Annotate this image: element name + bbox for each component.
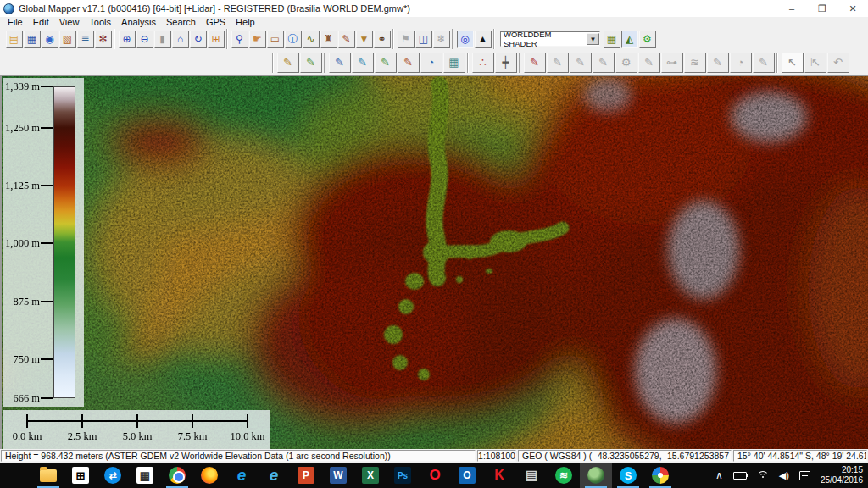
create-point-feature-button[interactable]: ┿: [495, 53, 517, 73]
edit-vertices-button[interactable]: ✎: [547, 53, 569, 73]
taskbar-calculator[interactable]: ▦: [129, 463, 161, 488]
search-tool-button[interactable]: ⚭: [374, 30, 391, 48]
taskbar-file-explorer[interactable]: [32, 463, 64, 488]
create-line-feature-button[interactable]: ✎: [329, 53, 351, 73]
taskbar-kaspersky[interactable]: K: [483, 463, 515, 488]
taskbar-powerpoint[interactable]: P: [290, 463, 322, 488]
restore-button[interactable]: ❐: [807, 0, 837, 17]
legend-label: 1,000 m: [5, 237, 40, 250]
create-grid-feature-button[interactable]: ✎: [398, 53, 420, 73]
edit-area-feature-button[interactable]: ✎: [277, 53, 299, 73]
path-profile-button[interactable]: ∿: [303, 30, 320, 48]
start-button[interactable]: [0, 463, 32, 488]
map-canvas[interactable]: 1,339 m 1,250 m 1,125 m 1,000 m 875 m 75…: [0, 75, 868, 449]
combine-features-button[interactable]: ≋: [684, 53, 706, 73]
measure-tool-button[interactable]: ▭: [267, 30, 284, 48]
3d-terrain-toggle-button[interactable]: ◭: [621, 30, 638, 48]
select-vertex-button[interactable]: ↖: [782, 53, 804, 73]
taskbar-fax[interactable]: ▤: [515, 463, 548, 488]
elevation-legend: 1,339 m 1,250 m 1,125 m 1,000 m 875 m 75…: [3, 78, 84, 407]
taskbar-clock[interactable]: 20:15 25/04/2016: [821, 465, 863, 485]
taskbar-firefox[interactable]: [193, 463, 225, 488]
menu-help[interactable]: Help: [231, 17, 260, 28]
create-circle-feature-button[interactable]: ◔: [420, 53, 442, 73]
home-view-button[interactable]: ⌂: [172, 30, 189, 48]
color-fill-button[interactable]: ▼: [356, 30, 373, 48]
taskbar-skype[interactable]: S: [612, 463, 644, 488]
minimize-button[interactable]: –: [776, 0, 807, 17]
menu-gps[interactable]: GPS: [201, 17, 231, 28]
menu-view[interactable]: View: [54, 17, 85, 28]
chevron-down-icon[interactable]: ▼: [587, 33, 599, 45]
3d-view-button[interactable]: ◫: [415, 30, 432, 48]
taskbar-windows-store[interactable]: ⊞: [64, 463, 97, 488]
taskbar-global-mapper[interactable]: [580, 463, 612, 488]
taskbar-outlook[interactable]: O: [451, 463, 483, 488]
pan-tool-button[interactable]: ☛: [249, 30, 266, 48]
edit-line-feature-button[interactable]: ✎: [300, 53, 322, 73]
scale-feature-button[interactable]: ⚙: [615, 53, 637, 73]
wifi-icon[interactable]: [757, 471, 769, 480]
scale-tick: [192, 414, 193, 428]
configuration-button[interactable]: ✻: [95, 30, 112, 48]
shader-options-button[interactable]: ⚙: [639, 30, 656, 48]
offset-feature-button[interactable]: ⇱: [804, 53, 826, 73]
fill-feature-button[interactable]: ✎: [753, 53, 775, 73]
flag-tool-button[interactable]: ⚑: [398, 30, 415, 48]
volume-icon[interactable]: ◀): [779, 470, 789, 481]
rotate-feature-button[interactable]: ✎: [593, 53, 615, 73]
copy-feature-button[interactable]: ⊶: [661, 53, 683, 73]
lidar-toolbar-button[interactable]: ❄: [433, 30, 450, 48]
move-feature-button[interactable]: ✎: [570, 53, 592, 73]
taskbar-word[interactable]: W: [322, 463, 354, 488]
battery-icon[interactable]: [733, 472, 747, 480]
overlay-control-center-button[interactable]: ≣: [77, 30, 94, 48]
create-range-ring-button[interactable]: ✎: [524, 53, 546, 73]
create-mesh-feature-button[interactable]: ▦: [443, 53, 465, 73]
tile-windows-button[interactable]: ⊞: [208, 30, 225, 48]
undo-edit-button[interactable]: ↶: [827, 53, 849, 73]
digitizer-toolbar: ✎ ✎ ✎ ✎ ✎ ✎ ◔ ▦ ∴ ┿ ✎ ✎ ✎ ✎ ⚙ ✎ ⊶ ≋ ✎ ◔ …: [0, 50, 868, 75]
taskbar-excel[interactable]: X: [354, 463, 387, 488]
create-rect-feature-button[interactable]: ✎: [375, 53, 397, 73]
menu-search[interactable]: Search: [161, 17, 201, 28]
close-button[interactable]: ✕: [837, 0, 868, 17]
taskbar-opera[interactable]: O: [419, 463, 451, 488]
zoom-in-button[interactable]: ⊕: [119, 30, 136, 48]
feature-info-button[interactable]: ⓘ: [285, 30, 302, 48]
menu-tools[interactable]: Tools: [84, 17, 116, 28]
menu-file[interactable]: File: [3, 17, 28, 28]
snap-feature-button[interactable]: ✎: [638, 53, 660, 73]
taskbar-spotify[interactable]: ≋: [548, 463, 580, 488]
last-view-button[interactable]: ↻: [190, 30, 207, 48]
north-arrow-button[interactable]: ▲: [475, 30, 492, 48]
taskbar-edge[interactable]: e: [225, 463, 258, 488]
download-online-data-button[interactable]: ◉: [42, 30, 58, 48]
legend-tick-line: [41, 358, 53, 360]
save-workspace-button[interactable]: ▦: [24, 30, 41, 48]
smooth-feature-button[interactable]: ◔: [730, 53, 752, 73]
zoom-out-button[interactable]: ⊖: [136, 30, 153, 48]
crop-features-button[interactable]: ✎: [707, 53, 729, 73]
full-view-button[interactable]: ▮: [154, 30, 171, 48]
hillshade-toggle-button[interactable]: ▦: [604, 30, 620, 48]
taskbar-paint[interactable]: [644, 463, 676, 488]
open-data-file-button[interactable]: ▤: [6, 30, 23, 48]
create-area-cost-button[interactable]: ✎: [352, 53, 374, 73]
create-point-features-button[interactable]: ∴: [472, 53, 494, 73]
zoom-tool-button[interactable]: ⚲: [231, 30, 248, 48]
digitizer-tool-button[interactable]: ✎: [338, 30, 355, 48]
view-shed-button[interactable]: ♜: [320, 30, 337, 48]
gps-tracking-button[interactable]: ◎: [457, 30, 474, 48]
taskbar-teamviewer[interactable]: ⇄: [97, 463, 129, 488]
menu-bar: File Edit View Tools Analysis Search GPS…: [0, 17, 868, 28]
menu-analysis[interactable]: Analysis: [116, 17, 161, 28]
open-map-catalog-button[interactable]: ▧: [59, 30, 76, 48]
taskbar-internet-explorer[interactable]: e: [258, 463, 290, 488]
taskbar-photoshop[interactable]: Ps: [387, 463, 419, 488]
taskbar-chrome[interactable]: [161, 463, 193, 488]
shader-dropdown[interactable]: WORLDDEM SHADER ▼: [500, 31, 600, 47]
action-center-icon[interactable]: [799, 471, 810, 480]
tray-chevron-up-icon[interactable]: ∧: [715, 469, 723, 481]
menu-edit[interactable]: Edit: [28, 17, 54, 28]
